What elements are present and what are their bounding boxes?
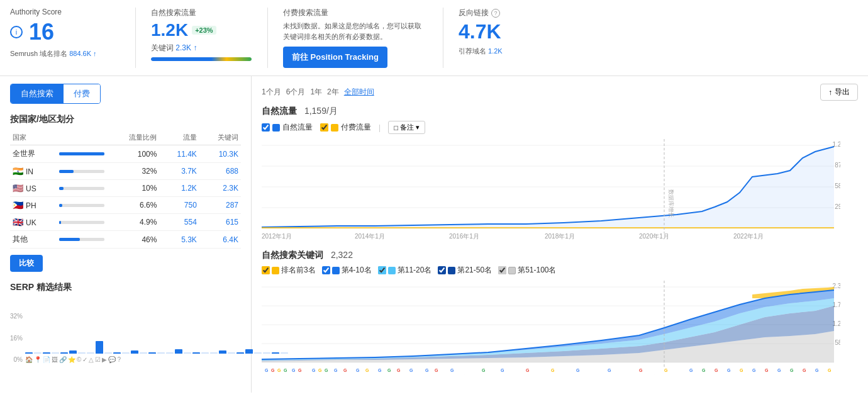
traffic-bar-cell (57, 231, 107, 249)
kw-21-50[interactable]: 第21-50名 (438, 265, 492, 276)
organic-traffic-badge: +23% (192, 26, 216, 35)
time-2year[interactable]: 2年 (327, 87, 339, 98)
svg-text:2018年1月: 2018年1月 (545, 374, 575, 375)
traffic-amount[interactable]: 5.3K (159, 231, 199, 249)
svg-text:291: 291 (835, 203, 840, 210)
time-alltime[interactable]: 全部时间 (344, 87, 374, 98)
time-1year[interactable]: 1年 (310, 87, 322, 98)
chevron-down-icon: ▾ (416, 123, 420, 132)
left-panel: 自然搜索 付费 按国家/地区划分 国家 流量比例 流量 关键词 全世界 100% (0, 76, 252, 393)
svg-text:872: 872 (835, 162, 840, 169)
serp-bar-chart (25, 303, 288, 354)
svg-text:G: G (277, 368, 281, 373)
col-country: 国家 (10, 130, 57, 145)
traffic-pct: 46% (107, 231, 160, 249)
authority-score-block: Authority Score i 16 Semrush 域名排名 884.6K… (10, 8, 136, 68)
traffic-amount[interactable]: 554 (159, 214, 199, 231)
svg-text:2012年1月: 2012年1月 (262, 374, 292, 375)
col-pct-bar (57, 130, 107, 145)
traffic-amount[interactable]: 3.7K (159, 163, 199, 180)
keywords-row: 关键词 2.3K ↑ (151, 43, 252, 53)
export-button[interactable]: ↑ 导出 (820, 84, 858, 101)
col-pct: 流量比例 (107, 130, 160, 145)
serp-section: SERP 精选结果 32% 16% 0% 🏠 📍 📄 🖼 🔗 (10, 282, 241, 363)
time-6month[interactable]: 6个月 (286, 87, 306, 98)
serp-bar (113, 352, 121, 354)
keywords-amount[interactable]: 6.4K (199, 231, 241, 249)
svg-text:G: G (526, 368, 530, 373)
serp-bar (60, 352, 68, 354)
svg-text:G: G (378, 368, 382, 373)
notes-button[interactable]: □ 备注 ▾ (388, 121, 425, 134)
authority-icon: i (10, 26, 23, 38)
serp-bar (219, 350, 226, 354)
traffic-bar-cell (57, 197, 107, 214)
svg-text:G: G (318, 368, 322, 373)
tab-paid[interactable]: 付费 (64, 84, 100, 103)
keywords-amount[interactable]: 615 (199, 214, 241, 231)
kw-11-20[interactable]: 第11-20名 (378, 265, 432, 276)
serp-bar (175, 349, 182, 354)
svg-text:G: G (298, 368, 302, 373)
serp-bar (157, 352, 165, 354)
country-name: 🇵🇭PH (10, 197, 57, 214)
traffic-pct: 10% (107, 180, 160, 197)
serp-bar (245, 349, 253, 354)
referring-domains-link[interactable]: 1.2K (488, 47, 503, 55)
svg-text:G: G (365, 368, 369, 373)
time-selector: 1个月 6个月 1年 2年 全部时间 ↑ 导出 (262, 84, 858, 101)
table-row: 🇵🇭PH 6.6% 750 287 (10, 197, 241, 214)
serp-bar (140, 352, 147, 354)
svg-text:G: G (664, 368, 668, 373)
table-row: 其他 46% 5.3K 6.4K (10, 231, 241, 249)
svg-text:G: G (702, 368, 706, 373)
keywords-amount[interactable]: 287 (199, 197, 241, 214)
right-panel: 1个月 6个月 1年 2年 全部时间 ↑ 导出 自然流量 1,159/月 自然流… (252, 76, 868, 393)
serp-bar (52, 352, 59, 354)
keywords-link[interactable]: 2.3K ↑ (175, 43, 197, 52)
backlinks-value: 4.7K (459, 20, 501, 43)
country-name: 🇬🇧UK (10, 214, 57, 231)
tab-organic[interactable]: 自然搜索 (11, 84, 64, 103)
keywords-amount[interactable]: 2.3K (199, 180, 241, 197)
traffic-bar-fill (151, 57, 252, 61)
serp-title: SERP 精选结果 (10, 282, 241, 293)
traffic-pct: 100% (107, 145, 160, 163)
compare-button[interactable]: 比较 (10, 255, 43, 272)
legend-paid[interactable]: 付费流量 (320, 122, 371, 133)
svg-text:G: G (284, 368, 287, 373)
kw-4-10[interactable]: 第4-10名 (322, 265, 372, 276)
paid-traffic-block: 付费搜索流量 未找到数据。如果这是您的域名，您可以获取关键词排名相关的所有必要数… (268, 8, 443, 68)
time-1month[interactable]: 1个月 (262, 87, 281, 98)
organic-traffic-label: 自然搜索流量 (151, 8, 252, 18)
svg-text:G: G (435, 368, 438, 373)
svg-text:2016年1月: 2016年1月 (449, 374, 479, 375)
serp-bar (34, 352, 42, 354)
svg-text:G: G (551, 368, 555, 373)
keywords-amount[interactable]: 10.3K (199, 145, 241, 163)
svg-text:G: G (343, 368, 347, 373)
serp-bar (192, 352, 200, 354)
traffic-amount[interactable]: 11.4K (159, 145, 199, 163)
traffic-amount[interactable]: 1.2K (159, 180, 199, 197)
position-tracking-button[interactable]: 前往 Position Tracking (283, 47, 387, 68)
traffic-bar (151, 57, 252, 61)
semrush-rank-link[interactable]: 884.6K ↑ (69, 50, 96, 57)
traffic-amount[interactable]: 750 (159, 197, 199, 214)
svg-text:G: G (803, 368, 806, 373)
serp-bar (25, 352, 33, 354)
serp-bar (210, 352, 218, 354)
kw-51-100[interactable]: 第51-100名 (498, 265, 556, 276)
legend-organic[interactable]: 自然流量 (262, 122, 313, 133)
svg-text:582: 582 (835, 182, 840, 189)
svg-text:G: G (727, 368, 731, 373)
kw-legend: 排名前3名 第4-10名 第11-20名 第21-50名 (262, 265, 858, 276)
svg-text:2016年1月: 2016年1月 (449, 233, 479, 240)
traffic-bar-cell (57, 214, 107, 231)
svg-text:G: G (271, 368, 275, 373)
svg-text:G: G (450, 368, 454, 373)
kw-top3[interactable]: 排名前3名 (262, 265, 316, 276)
traffic-bar-cell (57, 145, 107, 163)
chart2-container: 自然搜索关键词 2,322 排名前3名 第4-10名 第11-20名 (262, 250, 858, 375)
keywords-amount[interactable]: 688 (199, 163, 241, 180)
